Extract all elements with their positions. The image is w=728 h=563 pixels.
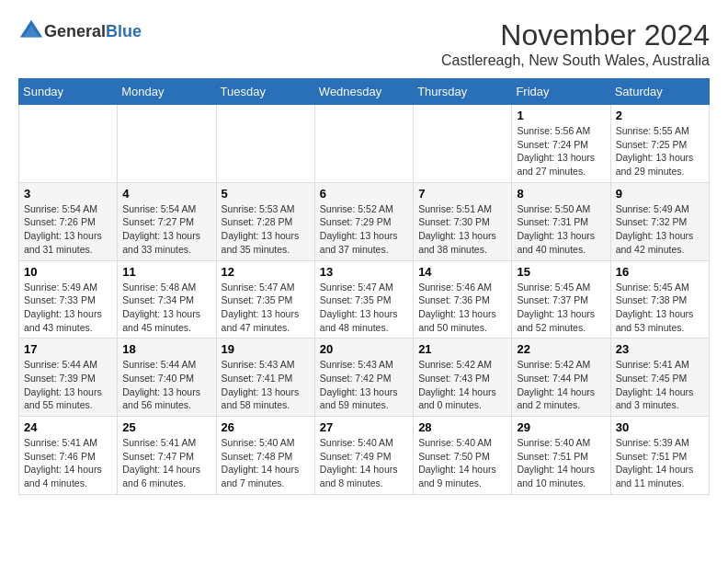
month-title: November 2024: [441, 18, 710, 52]
day-info: Sunrise: 5:55 AM Sunset: 7:25 PM Dayligh…: [616, 124, 704, 178]
calendar-cell: 12Sunrise: 5:47 AM Sunset: 7:35 PM Dayli…: [216, 260, 314, 339]
weekday-header-monday: Monday: [118, 79, 216, 105]
day-info: Sunrise: 5:42 AM Sunset: 7:44 PM Dayligh…: [517, 358, 605, 412]
calendar-table: SundayMondayTuesdayWednesdayThursdayFrid…: [18, 78, 710, 495]
day-number: 15: [517, 265, 605, 279]
calendar-cell: 21Sunrise: 5:42 AM Sunset: 7:43 PM Dayli…: [414, 339, 512, 417]
day-number: 28: [418, 420, 506, 434]
day-number: 2: [616, 109, 704, 122]
day-number: 25: [122, 420, 210, 434]
calendar-cell: 11Sunrise: 5:48 AM Sunset: 7:34 PM Dayli…: [118, 260, 216, 339]
calendar-week-row: 3Sunrise: 5:54 AM Sunset: 7:26 PM Daylig…: [19, 182, 710, 260]
day-info: Sunrise: 5:54 AM Sunset: 7:26 PM Dayligh…: [24, 202, 112, 257]
day-info: Sunrise: 5:47 AM Sunset: 7:35 PM Dayligh…: [222, 281, 310, 335]
calendar-cell: 27Sunrise: 5:40 AM Sunset: 7:49 PM Dayli…: [314, 417, 413, 495]
calendar-cell: 4Sunrise: 5:54 AM Sunset: 7:27 PM Daylig…: [118, 182, 216, 260]
calendar-cell: 28Sunrise: 5:40 AM Sunset: 7:50 PM Dayli…: [414, 417, 512, 495]
logo-blue: Blue: [106, 22, 142, 40]
calendar-cell: [314, 105, 413, 183]
calendar-cell: 3Sunrise: 5:54 AM Sunset: 7:26 PM Daylig…: [19, 182, 118, 260]
day-number: 6: [320, 187, 408, 201]
calendar-week-row: 17Sunrise: 5:44 AM Sunset: 7:39 PM Dayli…: [19, 339, 710, 417]
calendar-cell: 22Sunrise: 5:42 AM Sunset: 7:44 PM Dayli…: [512, 339, 610, 417]
day-info: Sunrise: 5:52 AM Sunset: 7:29 PM Dayligh…: [320, 202, 408, 257]
calendar-cell: 29Sunrise: 5:40 AM Sunset: 7:51 PM Dayli…: [512, 417, 610, 495]
day-info: Sunrise: 5:45 AM Sunset: 7:38 PM Dayligh…: [616, 281, 704, 335]
calendar-cell: 20Sunrise: 5:43 AM Sunset: 7:42 PM Dayli…: [314, 339, 413, 417]
day-number: 29: [517, 420, 605, 434]
calendar-week-row: 24Sunrise: 5:41 AM Sunset: 7:46 PM Dayli…: [19, 417, 710, 495]
day-info: Sunrise: 5:48 AM Sunset: 7:34 PM Dayligh…: [122, 281, 210, 335]
day-number: 17: [24, 342, 112, 356]
calendar-cell: 13Sunrise: 5:47 AM Sunset: 7:35 PM Dayli…: [314, 260, 413, 339]
day-info: Sunrise: 5:47 AM Sunset: 7:35 PM Dayligh…: [320, 281, 408, 335]
day-info: Sunrise: 5:50 AM Sunset: 7:31 PM Dayligh…: [517, 202, 605, 257]
calendar-cell: 16Sunrise: 5:45 AM Sunset: 7:38 PM Dayli…: [610, 260, 709, 339]
day-number: 30: [616, 420, 704, 434]
calendar-cell: [19, 105, 118, 183]
calendar-cell: 24Sunrise: 5:41 AM Sunset: 7:46 PM Dayli…: [19, 417, 118, 495]
day-number: 11: [122, 265, 210, 279]
calendar-cell: 5Sunrise: 5:53 AM Sunset: 7:28 PM Daylig…: [216, 182, 314, 260]
calendar-cell: 1Sunrise: 5:56 AM Sunset: 7:24 PM Daylig…: [512, 105, 610, 183]
day-number: 24: [24, 420, 112, 434]
calendar-cell: 2Sunrise: 5:55 AM Sunset: 7:25 PM Daylig…: [610, 105, 709, 183]
weekday-header-saturday: Saturday: [610, 79, 709, 105]
day-info: Sunrise: 5:43 AM Sunset: 7:42 PM Dayligh…: [320, 358, 408, 412]
day-info: Sunrise: 5:41 AM Sunset: 7:46 PM Dayligh…: [24, 436, 112, 490]
day-number: 1: [517, 109, 605, 122]
weekday-header-row: SundayMondayTuesdayWednesdayThursdayFrid…: [19, 79, 710, 105]
calendar-cell: 15Sunrise: 5:45 AM Sunset: 7:37 PM Dayli…: [512, 260, 610, 339]
day-info: Sunrise: 5:44 AM Sunset: 7:39 PM Dayligh…: [24, 358, 112, 412]
logo-general: General: [44, 22, 106, 40]
calendar-cell: 8Sunrise: 5:50 AM Sunset: 7:31 PM Daylig…: [512, 182, 610, 260]
day-number: 5: [222, 187, 310, 201]
day-number: 9: [616, 187, 704, 201]
calendar-cell: 9Sunrise: 5:49 AM Sunset: 7:32 PM Daylig…: [610, 182, 709, 260]
calendar-cell: 6Sunrise: 5:52 AM Sunset: 7:29 PM Daylig…: [314, 182, 413, 260]
day-info: Sunrise: 5:39 AM Sunset: 7:51 PM Dayligh…: [616, 436, 704, 490]
day-number: 23: [616, 342, 704, 356]
calendar-cell: 18Sunrise: 5:44 AM Sunset: 7:40 PM Dayli…: [118, 339, 216, 417]
day-number: 10: [24, 265, 112, 279]
calendar-cell: 25Sunrise: 5:41 AM Sunset: 7:47 PM Dayli…: [118, 417, 216, 495]
day-info: Sunrise: 5:41 AM Sunset: 7:47 PM Dayligh…: [122, 436, 210, 490]
calendar-cell: [414, 105, 512, 183]
calendar-cell: 14Sunrise: 5:46 AM Sunset: 7:36 PM Dayli…: [414, 260, 512, 339]
logo: GeneralBlue: [18, 18, 142, 44]
day-info: Sunrise: 5:40 AM Sunset: 7:50 PM Dayligh…: [418, 436, 506, 490]
day-info: Sunrise: 5:40 AM Sunset: 7:49 PM Dayligh…: [320, 436, 408, 490]
day-number: 18: [122, 342, 210, 356]
weekday-header-thursday: Thursday: [414, 79, 512, 105]
day-info: Sunrise: 5:53 AM Sunset: 7:28 PM Dayligh…: [222, 202, 310, 257]
day-info: Sunrise: 5:45 AM Sunset: 7:37 PM Dayligh…: [517, 281, 605, 335]
calendar-cell: 19Sunrise: 5:43 AM Sunset: 7:41 PM Dayli…: [216, 339, 314, 417]
day-info: Sunrise: 5:44 AM Sunset: 7:40 PM Dayligh…: [122, 358, 210, 412]
day-number: 8: [517, 187, 605, 201]
day-info: Sunrise: 5:51 AM Sunset: 7:30 PM Dayligh…: [418, 202, 506, 257]
weekday-header-friday: Friday: [512, 79, 610, 105]
calendar-cell: 7Sunrise: 5:51 AM Sunset: 7:30 PM Daylig…: [414, 182, 512, 260]
day-number: 12: [222, 265, 310, 279]
calendar-cell: 23Sunrise: 5:41 AM Sunset: 7:45 PM Dayli…: [610, 339, 709, 417]
calendar-cell: 17Sunrise: 5:44 AM Sunset: 7:39 PM Dayli…: [19, 339, 118, 417]
day-number: 20: [320, 342, 408, 356]
day-number: 13: [320, 265, 408, 279]
day-number: 4: [122, 187, 210, 201]
page-header: GeneralBlue November 2024 Castlereagh, N…: [18, 18, 710, 69]
calendar-week-row: 1Sunrise: 5:56 AM Sunset: 7:24 PM Daylig…: [19, 105, 710, 183]
logo-icon: [18, 18, 44, 44]
day-number: 3: [24, 187, 112, 201]
day-info: Sunrise: 5:49 AM Sunset: 7:33 PM Dayligh…: [24, 281, 112, 335]
weekday-header-tuesday: Tuesday: [216, 79, 314, 105]
day-number: 21: [418, 342, 506, 356]
day-number: 26: [222, 420, 310, 434]
day-info: Sunrise: 5:41 AM Sunset: 7:45 PM Dayligh…: [616, 358, 704, 412]
day-number: 27: [320, 420, 408, 434]
weekday-header-sunday: Sunday: [19, 79, 118, 105]
day-info: Sunrise: 5:42 AM Sunset: 7:43 PM Dayligh…: [418, 358, 506, 412]
day-info: Sunrise: 5:40 AM Sunset: 7:48 PM Dayligh…: [222, 436, 310, 490]
calendar-cell: 30Sunrise: 5:39 AM Sunset: 7:51 PM Dayli…: [610, 417, 709, 495]
weekday-header-wednesday: Wednesday: [314, 79, 413, 105]
day-info: Sunrise: 5:56 AM Sunset: 7:24 PM Dayligh…: [517, 124, 605, 178]
